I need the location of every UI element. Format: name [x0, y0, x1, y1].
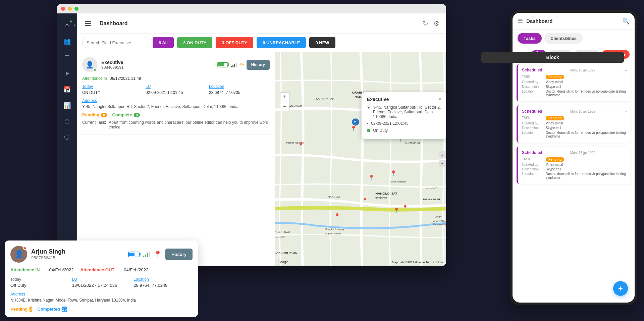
current-task-text: Apart from counting words and characters… [109, 120, 270, 129]
arjun-history-button[interactable]: History [165, 249, 193, 260]
search-input[interactable] [82, 37, 149, 48]
task-status: Scheduled [522, 150, 542, 155]
topbar: Dashboard ↻ ⚙ [77, 13, 446, 34]
description-label: Description [522, 126, 544, 130]
today-label: Today [82, 84, 143, 89]
maximize-btn[interactable] [74, 7, 78, 11]
task-label-row: TASK Pending [522, 157, 627, 162]
arjun-location-label: Location [133, 277, 193, 282]
filter-on-duty-button[interactable]: 3 ON DUTY [177, 37, 212, 48]
close-btn[interactable] [61, 7, 65, 11]
popup-close-button[interactable]: × [438, 96, 441, 102]
popup-location-icon: ➤ [367, 105, 370, 110]
exec-history-button[interactable]: History [247, 60, 270, 70]
mobile-search-icon[interactable]: 🔍 [622, 17, 630, 25]
sidebar-item-navigate[interactable]: ➤ [60, 67, 74, 80]
signal-bar-1 [231, 66, 232, 67]
sidebar-item-tasks[interactable]: ☰ [60, 51, 74, 64]
zoom-out-button[interactable]: − [280, 102, 289, 111]
executive-card: 👤 Executive 9084039591 [77, 52, 275, 135]
arjun-avatar: 👤 [10, 246, 27, 263]
svg-text:LAKSHMI PARK: LAKSHMI PARK [275, 251, 297, 255]
task-type-label: TASK [522, 116, 544, 120]
battery-fill [218, 63, 224, 66]
lu-value: 02-09-2021 12:01:45 [146, 90, 206, 95]
users-icon: 👥 [63, 38, 71, 45]
refresh-button[interactable]: ↻ [423, 19, 428, 28]
task-status: Scheduled [522, 68, 542, 72]
location-col: Location 28.6874, 77.0705 [209, 84, 270, 95]
location-value: 28.6874, 77.0705 [209, 90, 270, 95]
task-more-icon[interactable]: ··· [623, 67, 627, 73]
sidebar-item-calendar[interactable]: 📅 [60, 83, 74, 96]
arjun-phone: 9587856415 [31, 255, 65, 260]
arjun-signal-bar-3 [147, 253, 148, 257]
svg-text:COLONY: COLONY [275, 235, 286, 238]
arjun-location-value: 28.9764, 77.0248 [133, 283, 193, 288]
task-created-row: Created by Vinay mittal [522, 163, 627, 166]
collapse-left-button[interactable]: « [439, 160, 446, 167]
signal-icon [231, 62, 237, 67]
map-area[interactable]: NARAYAN VIHAR KARAN VIHAR KIRARI SULEMAN… [275, 52, 446, 266]
sidebar-item-home[interactable]: ⌂ [60, 18, 74, 32]
task-label-row: TASK Pending [522, 116, 627, 120]
filter-off-duty-button[interactable]: 3 OFF DUTY [216, 37, 253, 48]
sidebar-item-org[interactable]: ⬡ [60, 115, 74, 128]
location-value: Doctor khans clinic for remdesivir polyg… [546, 131, 627, 138]
status-indicator [93, 68, 97, 71]
settings-button[interactable]: ⚙ [433, 19, 439, 28]
task-date: Mon, 18 jpr 1922 [570, 68, 595, 72]
sidebar-item-users[interactable]: 👥 [60, 35, 74, 48]
task-type-label: TASK [522, 75, 544, 78]
address-label: Address [82, 98, 270, 103]
arjun-lu-value: 13/01/2022 - 17:04:036 [72, 283, 131, 288]
arjun-att-out-label: Attendance OUT [80, 267, 114, 272]
svg-text:BHIM NAGAR: BHIM NAGAR [423, 198, 440, 201]
svg-text:📍: 📍 [350, 125, 357, 132]
task-card: Scheduled Mon, 18 jpr 1922 ··· TASK Pend… [517, 147, 631, 184]
zoom-in-button[interactable]: + [280, 92, 289, 102]
tab-tasks[interactable]: Tasks [518, 33, 542, 44]
location-label: Location [522, 172, 544, 176]
svg-text:Nangloi Railway: Nangloi Railway [325, 228, 344, 231]
block-button[interactable]: Block [481, 52, 624, 63]
arjun-att-in-date: 04/Feb/2022 [49, 267, 73, 272]
signal-bar-2 [232, 65, 233, 67]
minimize-btn[interactable] [68, 7, 72, 11]
lu-col: LU 02-09-2021 12:01:45 [146, 84, 206, 95]
task-label-row: TASK Pending [522, 75, 627, 79]
expand-right-button[interactable]: » [439, 151, 446, 158]
filter-unreachable-button[interactable]: 0 UNREACHABLE [257, 37, 306, 48]
google-watermark: Google [278, 260, 288, 264]
sidebar-item-chart[interactable]: 📊 [60, 99, 74, 112]
svg-text:Station Metro: Station Metro [325, 232, 341, 235]
filter-all-button[interactable]: 6 All [153, 37, 174, 48]
mobile-scroll-area[interactable]: Scheduled Mon, 18 jpr 1922 ··· TASK Pend… [513, 61, 635, 294]
task-more-icon[interactable]: ··· [623, 109, 627, 114]
created-by-label: Created by [522, 121, 544, 125]
page-title: Dashboard [100, 20, 418, 26]
task-card: Scheduled Mon, 18 jpr 1922 ··· TASK Pend… [517, 64, 631, 101]
fab-button[interactable]: + [613, 281, 628, 296]
arjun-status-dot [23, 247, 26, 250]
exec-info-grid: Today ON DUTY LU 02-09-2021 12:01:45 Loc… [82, 84, 270, 95]
tab-clients-sites[interactable]: Clients/Sites [544, 33, 583, 44]
titlebar [57, 4, 446, 13]
svg-text:NANGLOI: NANGLOI [328, 195, 340, 198]
sidebar-item-shield[interactable]: 🛡 [60, 131, 74, 145]
arjun-pending-badge: 0 [30, 307, 32, 312]
task-desc-row: Description Skype call [522, 126, 627, 130]
exec-phone: 9084039591 [101, 65, 213, 70]
address-text: Y-45, Nangloi Sultanpuri Rd, Sector 2, F… [82, 104, 270, 109]
svg-text:NANGLOI JAT: NANGLOI JAT [375, 192, 397, 195]
task-card-header: Scheduled Mon, 18 jpr 1922 ··· [522, 150, 627, 155]
arjun-att-out-date: 04/Feb/2022 [124, 267, 148, 272]
filter-new-button[interactable]: 0 NEW [309, 37, 335, 48]
complete-count: Complete 0 [112, 112, 140, 117]
popup-title-text: Executive [367, 97, 389, 102]
map-popup: Executive × ➤ Y-45, Nangloi Sultanpuri R… [362, 92, 446, 139]
menu-button[interactable] [84, 18, 95, 29]
task-more-icon[interactable]: ··· [623, 150, 627, 155]
created-by-label: Created by [522, 80, 544, 84]
svg-text:📍: 📍 [362, 197, 368, 203]
